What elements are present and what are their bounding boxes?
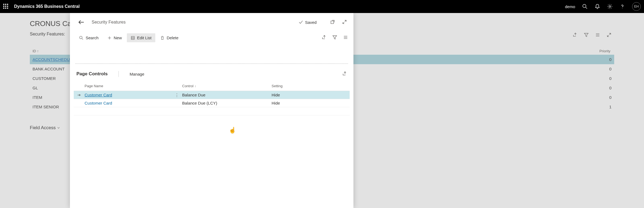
app-launcher-icon[interactable] [3, 4, 9, 9]
detail-panel: Security Features Saved Search New Edit … [70, 13, 353, 208]
table-row[interactable]: Customer Card Balance Due (LCY) Hide [74, 99, 350, 107]
filter-icon[interactable] [584, 32, 589, 38]
search-icon[interactable] [582, 4, 588, 9]
environment-label: demo [565, 4, 575, 9]
panel-body: Page Controls Manage Page Name Control ↑… [70, 44, 353, 208]
grid-header: Page Name Control ↑ Setting [74, 83, 350, 91]
manage-action[interactable]: Manage [130, 72, 144, 76]
page-name-link[interactable]: Customer Card [85, 93, 171, 97]
filter-icon[interactable] [332, 35, 337, 41]
col-priority-header: Priority [600, 49, 610, 53]
panel-toolbar: Search New Edit List Delete [70, 31, 353, 44]
table-row[interactable] [74, 107, 350, 115]
panel-title: Security Features [92, 20, 125, 25]
svg-line-10 [82, 38, 83, 40]
list-icon[interactable] [595, 32, 600, 38]
saved-status: Saved [298, 20, 317, 25]
share-icon[interactable] [321, 35, 326, 41]
svg-rect-8 [331, 21, 334, 24]
col-page-name[interactable]: Page Name [85, 84, 171, 88]
app-topbar: Dynamics 365 Business Central demo EH [0, 0, 644, 13]
app-brand: Dynamics 365 Business Central [14, 4, 80, 9]
notifications-icon[interactable] [595, 4, 600, 9]
list-view-icon[interactable] [343, 35, 348, 41]
svg-point-2 [609, 6, 611, 7]
user-avatar[interactable]: EH [632, 2, 641, 11]
expand-icon[interactable] [607, 32, 611, 38]
page-controls-grid: Page Name Control ↑ Setting Customer Car… [74, 83, 350, 115]
background-toolbar [572, 32, 611, 38]
page-name-link[interactable]: Customer Card [85, 101, 171, 105]
open-new-window-icon[interactable] [330, 20, 335, 25]
row-menu-icon[interactable]: ⋮ [171, 93, 182, 98]
settings-icon[interactable] [607, 4, 613, 9]
section-separator [75, 63, 348, 64]
cursor-pointer-icon: ☝️ [229, 127, 236, 134]
back-button[interactable] [76, 17, 86, 27]
col-control[interactable]: Control ↑ [182, 84, 272, 88]
col-setting[interactable]: Setting [272, 84, 329, 88]
edit-list-button[interactable]: Edit List [127, 33, 155, 42]
svg-rect-13 [131, 36, 134, 39]
share-icon[interactable] [572, 32, 577, 38]
setting-value: Hide [272, 101, 329, 105]
control-value: Balance Due [182, 93, 272, 97]
search-button[interactable]: Search [75, 33, 102, 42]
svg-point-0 [583, 4, 586, 8]
section-title: Page Controls [76, 71, 108, 77]
section-header: Page Controls Manage [70, 71, 353, 77]
panel-header: Security Features Saved [70, 13, 353, 31]
row-selector-icon[interactable] [74, 93, 85, 97]
control-value: Balance Due (LCY) [182, 101, 272, 105]
table-row[interactable]: Customer Card ⋮ Balance Due Hide [74, 91, 350, 99]
svg-line-1 [586, 7, 587, 9]
delete-button[interactable]: Delete [156, 33, 182, 42]
svg-point-9 [80, 36, 82, 39]
svg-point-3 [622, 8, 623, 8]
new-button[interactable]: New [104, 33, 126, 42]
setting-value: Hide [272, 93, 329, 97]
maximize-icon[interactable] [342, 20, 347, 25]
col-id-header: ID ↑ [33, 49, 39, 53]
section-share-icon[interactable] [342, 71, 347, 77]
help-icon[interactable] [620, 4, 625, 9]
